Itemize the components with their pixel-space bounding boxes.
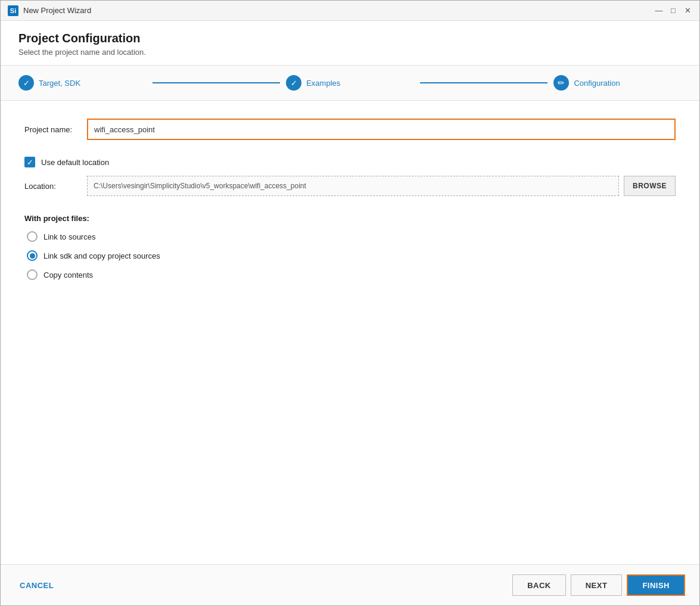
window-title: New Project Wizard — [23, 6, 654, 15]
minimize-button[interactable]: — — [654, 6, 664, 15]
use-default-location-row: ✓ Use default location — [24, 157, 676, 167]
project-name-input[interactable] — [87, 119, 676, 140]
radio-link-sdk-copy-dot — [30, 253, 35, 259]
wizard-step-target-sdk: ✓ Target, SDK — [18, 75, 147, 91]
titlebar: Si New Project Wizard — □ ✕ — [1, 1, 699, 21]
wizard-step-configuration: ✏ Configuration — [553, 75, 682, 91]
app-icon: Si — [8, 5, 18, 16]
main-window: Si New Project Wizard — □ ✕ Project Conf… — [0, 0, 700, 606]
step-3-label: Configuration — [574, 79, 620, 88]
radio-link-sdk-copy-indicator — [27, 250, 38, 261]
finish-button[interactable]: FINISH — [627, 574, 685, 596]
location-input[interactable] — [87, 176, 619, 196]
step-connector-1 — [153, 82, 281, 83]
step-2-icon: ✓ — [286, 75, 301, 91]
step-2-label: Examples — [306, 79, 340, 88]
close-button[interactable]: ✕ — [683, 6, 692, 15]
step-1-icon: ✓ — [18, 75, 34, 91]
project-name-label: Project name: — [24, 125, 87, 134]
project-files-title: With project files: — [24, 214, 676, 223]
location-label: Location: — [24, 182, 87, 191]
step-3-icon: ✏ — [553, 75, 569, 91]
page-title: Project Configuration — [18, 32, 682, 45]
project-files-section: With project files: Link to sources Link… — [24, 214, 676, 280]
use-default-location-checkbox[interactable]: ✓ — [24, 157, 35, 167]
step-connector-2 — [420, 82, 548, 83]
step-1-label: Target, SDK — [39, 79, 80, 88]
project-files-radio-group: Link to sources Link sdk and copy projec… — [27, 231, 676, 280]
radio-link-to-sources-label: Link to sources — [43, 232, 95, 241]
page-subtitle: Select the project name and location. — [18, 48, 682, 57]
radio-link-to-sources-indicator — [27, 231, 38, 242]
radio-link-sdk-copy-label: Link sdk and copy project sources — [43, 251, 160, 260]
radio-copy-contents-indicator — [27, 269, 38, 280]
radio-link-sdk-copy[interactable]: Link sdk and copy project sources — [27, 250, 676, 261]
radio-copy-contents-label: Copy contents — [43, 271, 93, 279]
dialog-footer: CANCEL BACK NEXT FINISH — [1, 564, 699, 605]
page-header: Project Configuration Select the project… — [1, 21, 699, 66]
location-row: Location: BROWSE — [24, 176, 676, 196]
cancel-button[interactable]: CANCEL — [15, 579, 58, 592]
project-name-row: Project name: — [24, 119, 676, 140]
back-button[interactable]: BACK — [512, 574, 566, 596]
wizard-step-examples: ✓ Examples — [286, 75, 414, 91]
use-default-location-label: Use default location — [41, 158, 109, 167]
radio-link-to-sources[interactable]: Link to sources — [27, 231, 676, 242]
browse-button[interactable]: BROWSE — [624, 176, 676, 196]
window-controls: — □ ✕ — [654, 6, 692, 15]
maximize-button[interactable]: □ — [668, 6, 678, 15]
wizard-steps: ✓ Target, SDK ✓ Examples ✏ Configuration — [1, 66, 699, 101]
main-content: Project name: ✓ Use default location Loc… — [1, 101, 699, 564]
radio-copy-contents[interactable]: Copy contents — [27, 269, 676, 280]
next-button[interactable]: NEXT — [571, 574, 623, 596]
footer-action-buttons: BACK NEXT FINISH — [512, 574, 685, 596]
